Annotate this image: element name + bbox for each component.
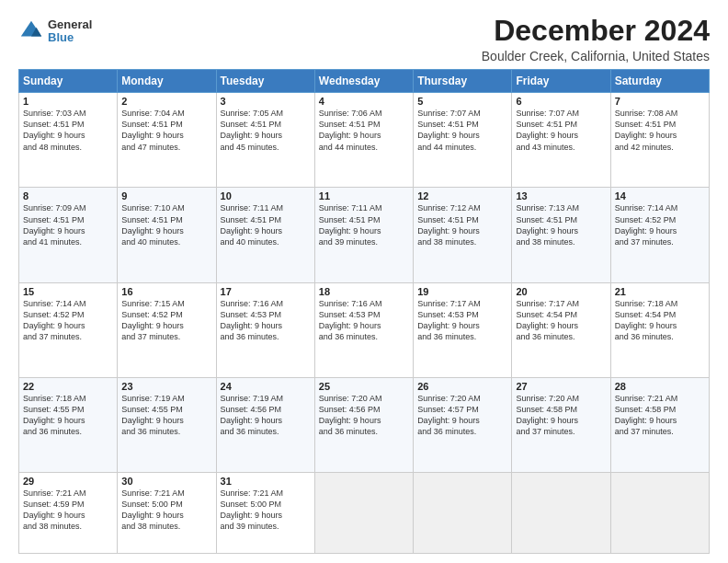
table-row: 5Sunrise: 7:07 AM Sunset: 4:51 PM Daylig… bbox=[414, 93, 512, 188]
col-sunday: Sunday bbox=[19, 70, 118, 93]
day-info: Sunrise: 7:20 AM Sunset: 4:57 PM Dayligh… bbox=[417, 393, 507, 438]
table-row: 25Sunrise: 7:20 AM Sunset: 4:56 PM Dayli… bbox=[314, 377, 413, 472]
day-info: Sunrise: 7:04 AM Sunset: 4:51 PM Dayligh… bbox=[121, 108, 211, 153]
day-info: Sunrise: 7:11 AM Sunset: 4:51 PM Dayligh… bbox=[319, 202, 409, 247]
day-info: Sunrise: 7:20 AM Sunset: 4:56 PM Dayligh… bbox=[319, 393, 409, 438]
day-info: Sunrise: 7:19 AM Sunset: 4:56 PM Dayligh… bbox=[221, 393, 311, 438]
table-row: 27Sunrise: 7:20 AM Sunset: 4:58 PM Dayli… bbox=[512, 377, 610, 472]
table-row: 3Sunrise: 7:05 AM Sunset: 4:51 PM Daylig… bbox=[216, 93, 314, 188]
table-row: 17Sunrise: 7:16 AM Sunset: 4:53 PM Dayli… bbox=[216, 282, 314, 377]
table-row: 13Sunrise: 7:13 AM Sunset: 4:51 PM Dayli… bbox=[512, 188, 610, 282]
day-info: Sunrise: 7:10 AM Sunset: 4:51 PM Dayligh… bbox=[121, 202, 211, 247]
table-row: 23Sunrise: 7:19 AM Sunset: 4:55 PM Dayli… bbox=[118, 377, 216, 472]
day-info: Sunrise: 7:21 AM Sunset: 5:00 PM Dayligh… bbox=[221, 488, 311, 533]
day-number: 4 bbox=[319, 96, 409, 107]
table-row: 6Sunrise: 7:07 AM Sunset: 4:51 PM Daylig… bbox=[512, 93, 610, 188]
logo-icon bbox=[18, 18, 44, 44]
table-row: 1Sunrise: 7:03 AM Sunset: 4:51 PM Daylig… bbox=[19, 93, 118, 188]
table-row: 11Sunrise: 7:11 AM Sunset: 4:51 PM Dayli… bbox=[314, 188, 413, 282]
day-number: 2 bbox=[121, 96, 211, 107]
table-row: 29Sunrise: 7:21 AM Sunset: 4:59 PM Dayli… bbox=[19, 472, 118, 553]
day-info: Sunrise: 7:14 AM Sunset: 4:52 PM Dayligh… bbox=[615, 202, 705, 247]
day-number: 14 bbox=[615, 190, 705, 201]
day-number: 18 bbox=[319, 286, 409, 297]
table-row: 14Sunrise: 7:14 AM Sunset: 4:52 PM Dayli… bbox=[610, 188, 709, 282]
table-row: 4Sunrise: 7:06 AM Sunset: 4:51 PM Daylig… bbox=[314, 93, 413, 188]
day-number: 6 bbox=[516, 96, 606, 107]
day-number: 15 bbox=[23, 286, 113, 297]
day-number: 27 bbox=[516, 381, 606, 392]
col-tuesday: Tuesday bbox=[216, 70, 314, 93]
day-info: Sunrise: 7:13 AM Sunset: 4:51 PM Dayligh… bbox=[516, 202, 606, 247]
day-info: Sunrise: 7:16 AM Sunset: 4:53 PM Dayligh… bbox=[221, 298, 311, 343]
table-row: 9Sunrise: 7:10 AM Sunset: 4:51 PM Daylig… bbox=[118, 188, 216, 282]
day-number: 12 bbox=[417, 190, 507, 201]
table-row: 8Sunrise: 7:09 AM Sunset: 4:51 PM Daylig… bbox=[19, 188, 118, 282]
day-info: Sunrise: 7:16 AM Sunset: 4:53 PM Dayligh… bbox=[319, 298, 409, 343]
col-friday: Friday bbox=[512, 70, 610, 93]
day-info: Sunrise: 7:08 AM Sunset: 4:51 PM Dayligh… bbox=[615, 108, 705, 153]
day-info: Sunrise: 7:17 AM Sunset: 4:54 PM Dayligh… bbox=[516, 298, 606, 343]
subtitle: Boulder Creek, California, United States bbox=[482, 49, 710, 63]
day-number: 23 bbox=[121, 381, 211, 392]
col-wednesday: Wednesday bbox=[314, 70, 413, 93]
day-number: 22 bbox=[23, 381, 113, 392]
table-row: 26Sunrise: 7:20 AM Sunset: 4:57 PM Dayli… bbox=[414, 377, 512, 472]
calendar-header-row: Sunday Monday Tuesday Wednesday Thursday… bbox=[19, 70, 710, 93]
logo-blue: Blue bbox=[48, 31, 92, 44]
day-info: Sunrise: 7:20 AM Sunset: 4:58 PM Dayligh… bbox=[516, 393, 606, 438]
day-info: Sunrise: 7:12 AM Sunset: 4:51 PM Dayligh… bbox=[417, 202, 507, 247]
calendar-page: General Blue December 2024 Boulder Creek… bbox=[0, 0, 728, 563]
day-info: Sunrise: 7:06 AM Sunset: 4:51 PM Dayligh… bbox=[319, 108, 409, 153]
main-title: December 2024 bbox=[482, 15, 710, 47]
table-row: 12Sunrise: 7:12 AM Sunset: 4:51 PM Dayli… bbox=[414, 188, 512, 282]
table-row bbox=[314, 472, 413, 553]
day-number: 11 bbox=[319, 190, 409, 201]
day-number: 5 bbox=[417, 96, 507, 107]
day-number: 9 bbox=[121, 190, 211, 201]
day-info: Sunrise: 7:21 AM Sunset: 4:59 PM Dayligh… bbox=[23, 488, 113, 533]
logo-general: General bbox=[48, 18, 92, 31]
day-info: Sunrise: 7:11 AM Sunset: 4:51 PM Dayligh… bbox=[221, 202, 311, 247]
day-number: 10 bbox=[221, 190, 311, 201]
table-row: 31Sunrise: 7:21 AM Sunset: 5:00 PM Dayli… bbox=[216, 472, 314, 553]
table-row: 22Sunrise: 7:18 AM Sunset: 4:55 PM Dayli… bbox=[19, 377, 118, 472]
day-info: Sunrise: 7:18 AM Sunset: 4:55 PM Dayligh… bbox=[23, 393, 113, 438]
table-row: 24Sunrise: 7:19 AM Sunset: 4:56 PM Dayli… bbox=[216, 377, 314, 472]
day-number: 30 bbox=[121, 476, 211, 487]
day-number: 3 bbox=[221, 96, 311, 107]
table-row: 28Sunrise: 7:21 AM Sunset: 4:58 PM Dayli… bbox=[610, 377, 709, 472]
table-row: 19Sunrise: 7:17 AM Sunset: 4:53 PM Dayli… bbox=[414, 282, 512, 377]
header: General Blue December 2024 Boulder Creek… bbox=[18, 15, 710, 63]
day-info: Sunrise: 7:21 AM Sunset: 5:00 PM Dayligh… bbox=[121, 488, 211, 533]
day-info: Sunrise: 7:15 AM Sunset: 4:52 PM Dayligh… bbox=[121, 298, 211, 343]
day-number: 19 bbox=[417, 286, 507, 297]
logo: General Blue bbox=[18, 18, 92, 45]
day-info: Sunrise: 7:17 AM Sunset: 4:53 PM Dayligh… bbox=[417, 298, 507, 343]
title-block: December 2024 Boulder Creek, California,… bbox=[482, 15, 710, 63]
table-row: 16Sunrise: 7:15 AM Sunset: 4:52 PM Dayli… bbox=[118, 282, 216, 377]
day-info: Sunrise: 7:21 AM Sunset: 4:58 PM Dayligh… bbox=[615, 393, 705, 438]
day-info: Sunrise: 7:07 AM Sunset: 4:51 PM Dayligh… bbox=[417, 108, 507, 153]
day-number: 31 bbox=[221, 476, 311, 487]
day-number: 7 bbox=[615, 96, 705, 107]
table-row: 20Sunrise: 7:17 AM Sunset: 4:54 PM Dayli… bbox=[512, 282, 610, 377]
logo-text: General Blue bbox=[48, 18, 92, 45]
day-number: 21 bbox=[615, 286, 705, 297]
day-number: 1 bbox=[23, 96, 113, 107]
day-number: 25 bbox=[319, 381, 409, 392]
day-number: 17 bbox=[221, 286, 311, 297]
day-info: Sunrise: 7:07 AM Sunset: 4:51 PM Dayligh… bbox=[516, 108, 606, 153]
table-row: 21Sunrise: 7:18 AM Sunset: 4:54 PM Dayli… bbox=[610, 282, 709, 377]
col-thursday: Thursday bbox=[414, 70, 512, 93]
day-info: Sunrise: 7:09 AM Sunset: 4:51 PM Dayligh… bbox=[23, 202, 113, 247]
day-info: Sunrise: 7:03 AM Sunset: 4:51 PM Dayligh… bbox=[23, 108, 113, 153]
day-info: Sunrise: 7:18 AM Sunset: 4:54 PM Dayligh… bbox=[615, 298, 705, 343]
day-number: 29 bbox=[23, 476, 113, 487]
calendar-table: Sunday Monday Tuesday Wednesday Thursday… bbox=[18, 69, 710, 554]
col-monday: Monday bbox=[118, 70, 216, 93]
table-row: 2Sunrise: 7:04 AM Sunset: 4:51 PM Daylig… bbox=[118, 93, 216, 188]
table-row: 15Sunrise: 7:14 AM Sunset: 4:52 PM Dayli… bbox=[19, 282, 118, 377]
day-number: 8 bbox=[23, 190, 113, 201]
table-row bbox=[414, 472, 512, 553]
